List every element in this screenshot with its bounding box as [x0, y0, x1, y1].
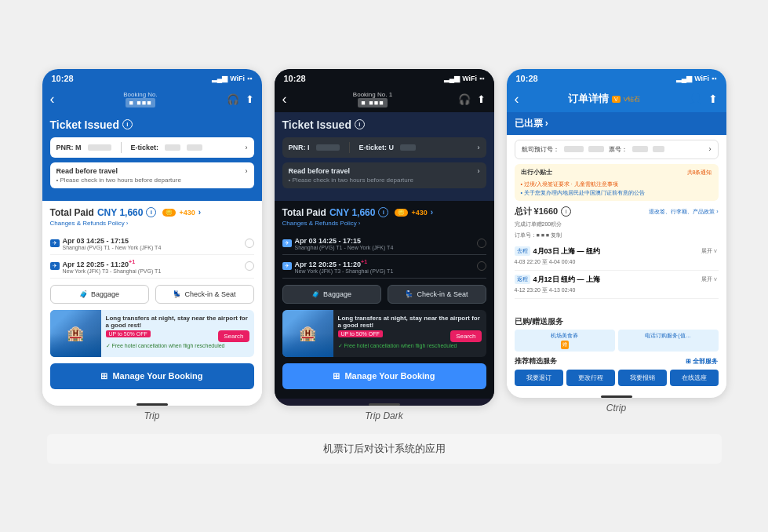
share-icon-dark[interactable]: ⬆ — [477, 93, 486, 105]
plus-chevron[interactable]: › — [198, 208, 201, 217]
expand-1[interactable]: 展开 ∨ — [701, 247, 719, 255]
read-travel-title-dark: Read before travel — [289, 167, 413, 175]
seg-time-2: 4-12 23:20 至 4-13 02:40 — [515, 286, 719, 294]
battery-icon: ▪▪ — [247, 75, 252, 82]
signal-icon-ctrip: ▂▄▆ — [676, 75, 692, 82]
policy-link-trip[interactable]: Changes & Refunds Policy › — [50, 220, 254, 227]
flight-sub-1: Shanghai (PVG) T1 - New York (JFK) T4 — [63, 245, 162, 250]
checkin-btn-dark[interactable]: 💺 Check-in & Seat — [388, 285, 486, 304]
flight-left-1: ✈ Apr 03 14:25 - 17:15 Shanghai (PVG) T1… — [50, 237, 162, 250]
read-travel-chevron-dark[interactable]: › — [478, 167, 480, 175]
manage-btn-trip[interactable]: ⊞ Manage Your Booking — [50, 363, 254, 389]
change-btn-ctrip[interactable]: 更改行程 — [566, 370, 615, 386]
back-btn-ctrip[interactable]: ‹ — [515, 91, 519, 107]
issued-banner: 已出票 › — [507, 112, 726, 135]
flight-icon-1: ✈ — [50, 239, 60, 247]
flight-left-2: ✈ Apr 12 20:25 - 11:20+1 New York (JFK) … — [50, 259, 162, 274]
read-travel-sub-dark: • Please check in two hours before depar… — [289, 177, 413, 184]
flight-date-2: Apr 12 20:25 - 11:20+1 — [63, 259, 162, 268]
baggage-label: Baggage — [91, 290, 119, 298]
status-bar-trip: 10:28 ▂▄▆ WiFi ▪▪ — [42, 69, 262, 86]
check-icon: ✓ — [106, 343, 111, 349]
person-icon-ctrip[interactable]: 👤 — [689, 93, 702, 105]
vip-text: V钻石 — [624, 95, 640, 104]
info-icon-trip: i — [122, 119, 133, 129]
checkin-btn[interactable]: 💺 Check-in & Seat — [155, 285, 254, 304]
share-icon[interactable]: ⬆ — [246, 93, 254, 105]
pnr-label: PNR: M — [56, 144, 82, 151]
policy-right[interactable]: 退改签、行李额、产品政策 › — [649, 208, 718, 216]
manage-icon-dark: ⊞ — [333, 371, 340, 381]
phone-trip-dark: 10:28 ▂▄▆ WiFi ▪▪ ‹ Booking No. 1 ■ ■■■ … — [275, 69, 494, 421]
flight-info-1: Apr 03 14:25 - 17:15 Shanghai (PVG) T1 -… — [63, 237, 162, 250]
search-btn-trip[interactable]: Search — [218, 330, 249, 342]
hotel-promo-dark: 🏨 Long transfers at night, stay near the… — [282, 310, 486, 357]
check-icon-dark: ✓ — [338, 343, 343, 349]
back-btn-trip[interactable]: ‹ — [50, 91, 55, 107]
booking-row-chevron[interactable]: › — [709, 145, 712, 153]
baggage-btn[interactable]: 🧳 Baggage — [50, 285, 149, 304]
airline-num — [564, 146, 584, 152]
seg-title-1: 4月03日 上海 — 纽约 — [533, 246, 601, 257]
all-services-link[interactable]: ⊞ 全部服务 — [686, 357, 718, 366]
headphone-icon-dark[interactable]: 🎧 — [458, 93, 471, 105]
flight-sub-d1: Shanghai (PVG) T1 - New York (JFK) T4 — [295, 245, 394, 250]
seg-tag-1: 去程 — [515, 246, 530, 256]
manage-btn-dark[interactable]: ⊞ Manage Your Booking — [282, 363, 486, 389]
content-dark: Ticket Issued i PNR: I E-ticket: U › — [275, 112, 494, 201]
expand-2[interactable]: 展开 ∨ — [701, 275, 719, 283]
home-indicator-trip — [136, 403, 168, 406]
read-travel-chevron[interactable]: › — [246, 167, 248, 175]
airline-num2 — [588, 146, 604, 152]
status-icons-trip: ▂▄▆ WiFi ▪▪ — [212, 75, 253, 82]
back-btn-dark[interactable]: ‹ — [282, 91, 287, 107]
status-bar-ctrip: 10:28 ▂▄▆ WiFi ▪▪ — [507, 69, 726, 86]
summary-row: 总计 ¥1660 i 退改签、行李额、产品政策 › — [515, 206, 719, 219]
ticket-issued-dark: Ticket Issued i — [282, 118, 486, 131]
share-icon-ctrip[interactable]: ⬆ — [708, 93, 718, 105]
plus-chevron-dark[interactable]: › — [431, 208, 433, 217]
headphone-icon[interactable]: 🎧 — [227, 93, 239, 105]
search-btn-dark[interactable]: Search — [450, 330, 481, 342]
header-icons-ctrip: 👤 ⬆ — [689, 93, 718, 105]
white-section-trip: Total Paid CNY 1,660 i 🪙 +430 › Changes … — [42, 201, 262, 399]
hotel-title-dark: Long transfers at night, stay near the a… — [338, 315, 482, 329]
seat-btn-ctrip[interactable]: 在线选座 — [670, 370, 719, 386]
purchased-title: 已购/赠送服务 — [515, 316, 719, 327]
flight-info-d2: Apr 12 20:25 - 11:20+1 New York (JFK) T3… — [295, 259, 394, 274]
refund-btn-ctrip[interactable]: 我要报销 — [618, 370, 667, 386]
phone-frame-ctrip: 10:28 ▂▄▆ WiFi ▪▪ ‹ 订单详情 V V钻石 👤 ⬆ — [507, 69, 726, 398]
coin-badge-dark: 🪙 — [395, 209, 408, 217]
notice-title: 出行小贴士 — [521, 168, 552, 177]
flight-sub-d2: New York (JFK) T3 - Shanghai (PVG) T1 — [295, 268, 394, 274]
service-btn-2[interactable]: 电话订购服务(值… — [618, 330, 719, 352]
eticket-val2 — [187, 144, 202, 151]
pnr-chevron-dark[interactable]: › — [478, 144, 480, 151]
flight-row-2: ✈ Apr 12 20:25 - 11:20+1 New York (JFK) … — [50, 255, 254, 279]
booking-label-trip: Booking No. — [123, 91, 158, 98]
cancel-btn-ctrip[interactable]: 我要退订 — [515, 370, 563, 386]
pnr-items-trip: PNR: M E-ticket: — [56, 142, 203, 153]
policy-link-dark[interactable]: Changes & Refunds Policy › — [282, 220, 486, 227]
header-center-dark: Booking No. 1 ■ ■■■ — [353, 91, 392, 107]
pnr-chevron[interactable]: › — [246, 144, 248, 151]
total-amt-ctrip: 总计 ¥1660 — [515, 206, 559, 217]
header-ctrip: ‹ 订单详情 V V钻石 👤 ⬆ — [507, 86, 726, 112]
seg-title-2: 4月12日 纽约 — 上海 — [533, 275, 601, 285]
read-travel-trip: Read before travel • Please check in two… — [50, 162, 254, 188]
recommend-title: 推荐精选服务 ⊞ 全部服务 — [515, 356, 719, 366]
eticket-val — [165, 144, 180, 151]
manage-label-trip: Manage Your Booking — [112, 371, 202, 381]
flight-sub-2: New York (JFK) T3 - Shanghai (PVG) T1 — [63, 268, 162, 274]
total-row-ctrip: 总计 ¥1660 i — [515, 206, 572, 217]
baggage-btn-dark[interactable]: 🧳 Baggage — [282, 285, 381, 304]
flight-icon-2: ✈ — [50, 262, 60, 270]
flight-seg-1: 去程 4月03日 上海 — 纽约 展开 ∨ 4-03 22:20 至 4-04 … — [515, 242, 719, 271]
service-btn-1[interactable]: 机场美食券 赠 — [515, 330, 615, 352]
notice-item-1: • 过境/入境签证要求 · 儿童需航注意事项 — [521, 180, 712, 188]
info-icon-dark: i — [355, 119, 365, 129]
signal-icon-dark: ▂▄▆ — [444, 75, 460, 82]
pnr-label-dark: PNR: I — [289, 144, 310, 151]
hotel-img-trip: 🏨 — [50, 310, 101, 357]
ctrip-title: 订单详情 — [568, 92, 609, 106]
